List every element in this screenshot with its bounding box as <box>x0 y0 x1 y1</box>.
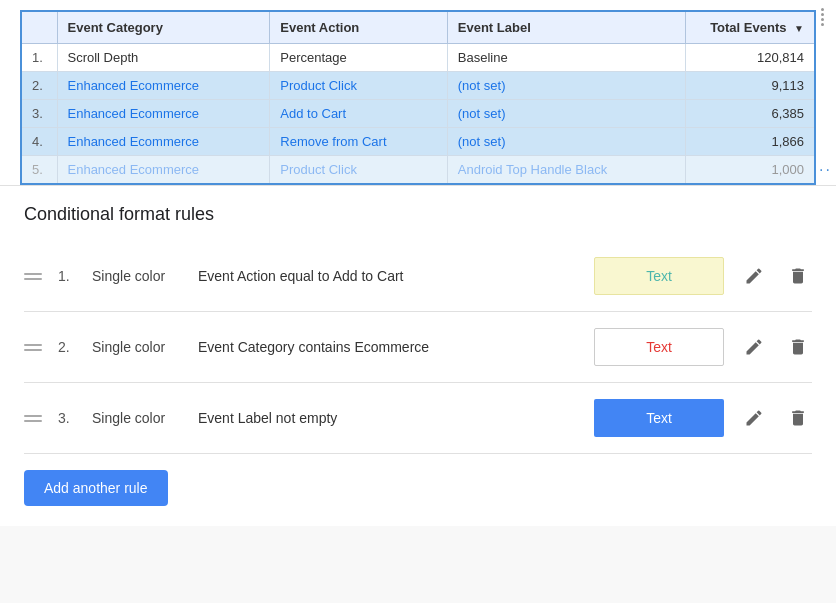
drag-handle-icon[interactable] <box>24 273 42 280</box>
rule-condition: Event Action equal to Add to Cart <box>198 268 578 284</box>
cell-action: Add to Cart <box>270 100 447 128</box>
add-rule-button[interactable]: Add another rule <box>24 470 168 506</box>
rule-preview-text: Text <box>646 410 672 426</box>
table-row: 4. Enhanced Ecommerce Remove from Cart (… <box>21 128 815 156</box>
delete-rule-button[interactable] <box>784 262 812 290</box>
rule-number: 2. <box>58 339 76 355</box>
cell-action: Percentage <box>270 44 447 72</box>
rule-preview[interactable]: Text <box>594 257 724 295</box>
cell-total: 6,385 <box>685 100 815 128</box>
cell-category: Enhanced Ecommerce <box>57 72 270 100</box>
rule-type: Single color <box>92 410 182 426</box>
cell-total: 120,814 <box>685 44 815 72</box>
col-header-action: Event Action <box>270 11 447 44</box>
edit-rule-button[interactable] <box>740 333 768 361</box>
cell-category: Enhanced Ecommerce <box>57 156 270 185</box>
cell-action: Product Click <box>270 72 447 100</box>
col-header-rownum <box>21 11 57 44</box>
sort-arrow-icon: ▼ <box>794 23 804 34</box>
cell-category: Enhanced Ecommerce <box>57 100 270 128</box>
cell-action: Product Click <box>270 156 447 185</box>
table-row: 5. Enhanced Ecommerce Product Click Andr… <box>21 156 815 185</box>
cell-label: (not set) <box>447 128 685 156</box>
drag-handle-icon[interactable] <box>24 344 42 351</box>
delete-rule-button[interactable] <box>784 404 812 432</box>
rule-condition: Event Category contains Ecommerce <box>198 339 578 355</box>
table-row: 3. Enhanced Ecommerce Add to Cart (not s… <box>21 100 815 128</box>
rule-preview-text: Text <box>646 268 672 284</box>
cell-category: Scroll Depth <box>57 44 270 72</box>
cell-label: Android Top Handle Black <box>447 156 685 185</box>
col-header-category: Event Category <box>57 11 270 44</box>
more-options-icon[interactable]: ··· <box>813 161 832 179</box>
cell-rownum: 3. <box>21 100 57 128</box>
cell-label: Baseline <box>447 44 685 72</box>
rule-number: 3. <box>58 410 76 426</box>
rule-preview[interactable]: Text <box>594 328 724 366</box>
cf-panel: Conditional format rules 1. Single color… <box>0 185 836 526</box>
cf-rule: 2. Single color Event Category contains … <box>24 312 812 383</box>
rule-type: Single color <box>92 268 182 284</box>
rules-container: 1. Single color Event Action equal to Ad… <box>24 241 812 454</box>
rule-condition: Event Label not empty <box>198 410 578 426</box>
delete-rule-button[interactable] <box>784 333 812 361</box>
table-preview: Event Category Event Action Event Label … <box>0 0 836 185</box>
rule-actions <box>740 333 812 361</box>
rule-number: 1. <box>58 268 76 284</box>
col-header-label: Event Label <box>447 11 685 44</box>
cell-rownum: 5. <box>21 156 57 185</box>
cell-action: Remove from Cart <box>270 128 447 156</box>
cell-category: Enhanced Ecommerce <box>57 128 270 156</box>
resize-handle <box>821 8 824 26</box>
edit-rule-button[interactable] <box>740 262 768 290</box>
cf-rule: 1. Single color Event Action equal to Ad… <box>24 241 812 312</box>
table-row: 2. Enhanced Ecommerce Product Click (not… <box>21 72 815 100</box>
rule-preview-text: Text <box>646 339 672 355</box>
rule-actions <box>740 404 812 432</box>
cf-rule: 3. Single color Event Label not empty Te… <box>24 383 812 454</box>
cell-total: 1,000 <box>685 156 815 185</box>
edit-rule-button[interactable] <box>740 404 768 432</box>
data-table: Event Category Event Action Event Label … <box>20 10 816 185</box>
cell-rownum: 2. <box>21 72 57 100</box>
cell-total: 9,113 <box>685 72 815 100</box>
rule-preview[interactable]: Text <box>594 399 724 437</box>
panel-title: Conditional format rules <box>24 204 812 225</box>
cell-label: (not set) <box>447 100 685 128</box>
rule-type: Single color <box>92 339 182 355</box>
col-header-total[interactable]: Total Events ▼ <box>685 11 815 44</box>
drag-handle-icon[interactable] <box>24 415 42 422</box>
cell-rownum: 1. <box>21 44 57 72</box>
cell-total: 1,866 <box>685 128 815 156</box>
cell-rownum: 4. <box>21 128 57 156</box>
rule-actions <box>740 262 812 290</box>
table-row: 1. Scroll Depth Percentage Baseline 120,… <box>21 44 815 72</box>
cell-label: (not set) <box>447 72 685 100</box>
